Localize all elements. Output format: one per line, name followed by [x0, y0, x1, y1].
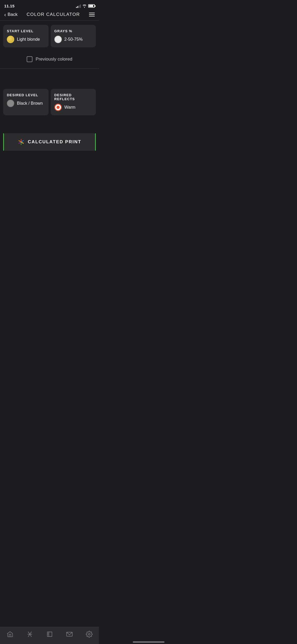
menu-icon	[89, 16, 95, 16]
page-title: COLOR CALCULATOR	[27, 12, 80, 17]
previously-colored-label: Previously colored	[36, 57, 72, 62]
grays-percent-card[interactable]: GRAYS % 2-50-75%	[51, 25, 96, 47]
start-level-value-row: Light blonde	[7, 36, 45, 43]
grays-percent-dot	[54, 36, 62, 43]
top-cards-grid: START LEVEL Light blonde GRAYS % 2-50-75…	[0, 21, 99, 52]
signal-icon	[76, 4, 81, 8]
nav-bar: ‹ Back COLOR CALCULATOR	[0, 10, 99, 20]
status-time: 11.15	[4, 4, 15, 8]
menu-button[interactable]	[89, 13, 95, 16]
battery-icon	[88, 4, 95, 8]
calculated-print-label: CALCULATED PRINT	[28, 139, 81, 145]
svg-line-6	[19, 141, 21, 142]
svg-line-3	[21, 142, 23, 143]
start-level-value: Light blonde	[17, 37, 40, 42]
start-level-card[interactable]: START LEVEL Light blonde	[3, 25, 49, 47]
desired-level-dot	[7, 100, 14, 107]
desired-reflects-value-row: Warm	[54, 104, 92, 111]
previously-colored-checkbox[interactable]	[27, 56, 32, 62]
grays-percent-value: 2-50-75%	[64, 37, 83, 42]
previously-colored-row: Previously colored	[0, 52, 99, 68]
status-bar: 11.15	[0, 0, 99, 10]
desired-reflects-card[interactable]: DESIRED REFLECTS Warm	[51, 89, 96, 115]
back-chevron-icon: ‹	[4, 12, 6, 17]
svg-line-2	[21, 141, 23, 142]
svg-line-5	[19, 142, 21, 143]
start-level-dot	[7, 36, 14, 43]
desired-reflects-title: DESIRED REFLECTS	[54, 93, 92, 101]
back-label: Back	[8, 12, 18, 17]
status-icons	[76, 4, 95, 8]
calculated-print-button[interactable]: CALCULATED PRINT	[3, 133, 96, 151]
desired-level-card[interactable]: DESIRED LEVEL Black / Brown	[3, 89, 49, 115]
color-star-icon	[18, 139, 25, 145]
menu-icon	[89, 14, 95, 15]
desired-reflects-dot	[54, 104, 62, 111]
desired-reflects-value: Warm	[64, 105, 76, 110]
bottom-cards-grid: DESIRED LEVEL Black / Brown DESIRED REFL…	[0, 85, 99, 119]
grays-percent-value-row: 2-50-75%	[54, 36, 92, 43]
desired-level-value-row: Black / Brown	[7, 100, 45, 107]
calculated-print-wrapper: CALCULATED PRINT	[0, 130, 99, 154]
desired-level-title: DESIRED LEVEL	[7, 93, 45, 97]
grays-percent-title: GRAYS %	[54, 29, 92, 33]
back-button[interactable]: ‹ Back	[4, 12, 17, 17]
start-level-title: START LEVEL	[7, 29, 45, 33]
desired-level-value: Black / Brown	[17, 101, 43, 106]
middle-spacer	[0, 69, 99, 85]
pre-button-spacer	[0, 119, 99, 130]
menu-icon	[89, 13, 95, 13]
wifi-icon	[82, 4, 87, 8]
